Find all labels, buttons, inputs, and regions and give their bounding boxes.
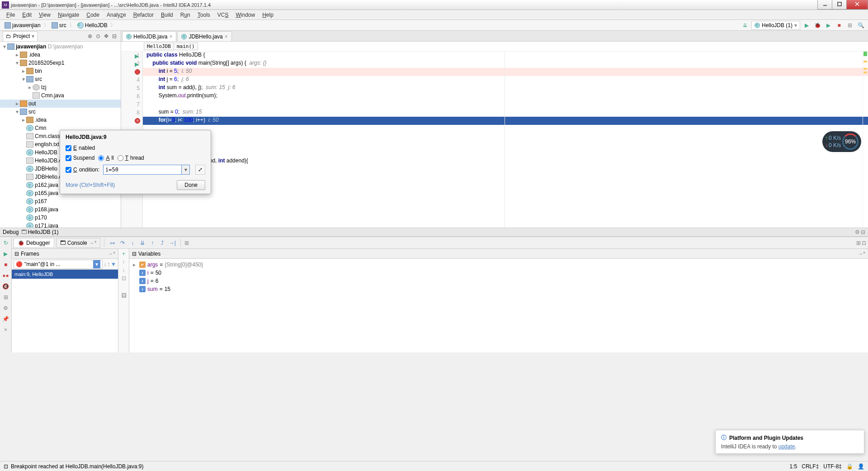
thread-selector[interactable]: 🔴 "main"@1 in ... ▾ bbox=[14, 260, 103, 269]
close-icon[interactable]: × bbox=[225, 33, 228, 40]
hide-icon[interactable]: →* bbox=[858, 251, 865, 257]
step-out-button[interactable]: ↑ bbox=[148, 238, 157, 247]
debug-config-label[interactable]: HelloJDB (1) bbox=[28, 229, 58, 235]
code-line[interactable]: public class HelloJDB { bbox=[143, 52, 868, 60]
gutter-row[interactable]: 9 bbox=[121, 117, 142, 125]
layout-button[interactable]: ⊞ bbox=[2, 293, 10, 301]
mute-breakpoints-button[interactable]: 🔇 bbox=[2, 282, 10, 290]
run-button[interactable]: ▶ bbox=[802, 21, 811, 30]
pin-button[interactable]: 📌 bbox=[2, 315, 10, 323]
tree-row[interactable]: ▾20165205exp1 bbox=[0, 59, 121, 67]
menu-build[interactable]: Build bbox=[157, 11, 177, 19]
settings-button[interactable]: ⚙ bbox=[2, 304, 10, 312]
condition-history-dropdown[interactable]: ▾ bbox=[182, 165, 190, 175]
code-line[interactable]: int i = 5; i: 50 bbox=[143, 68, 868, 76]
gutter-row[interactable]: ▶2 bbox=[121, 60, 142, 68]
caret-position[interactable]: 1:5 bbox=[790, 463, 797, 470]
breakpoint-suspend-all-radio[interactable]: All bbox=[98, 155, 113, 161]
settings-icon[interactable]: ✥ bbox=[103, 33, 110, 40]
code-line[interactable]: ntln(sum); bbox=[143, 141, 868, 149]
menu-file[interactable]: File bbox=[3, 11, 19, 19]
code-line[interactable] bbox=[143, 100, 868, 109]
breakpoint-icon[interactable] bbox=[135, 69, 140, 75]
gutter-row[interactable]: 5 bbox=[121, 84, 142, 92]
gutter-row[interactable]: 4 bbox=[121, 76, 142, 84]
code-line[interactable] bbox=[143, 149, 868, 157]
conditional-breakpoint-icon[interactable] bbox=[135, 118, 140, 124]
nav-up-icon[interactable]: ↑ bbox=[123, 259, 125, 265]
update-link[interactable]: update bbox=[778, 443, 795, 450]
code-line[interactable]: int j = 6; j: 6 bbox=[143, 76, 868, 84]
step-into-button[interactable]: ↓ bbox=[128, 238, 137, 247]
tree-row[interactable]: ▸lzj bbox=[0, 83, 121, 91]
breadcrumb-class[interactable]: HelloJDB bbox=[144, 43, 174, 50]
next-frame-button[interactable]: ↑ bbox=[107, 261, 110, 267]
search-everywhere-button[interactable]: 🔍 bbox=[856, 21, 865, 30]
add-watch-button[interactable]: + bbox=[122, 251, 125, 257]
variable-row[interactable]: Isum = 15 bbox=[133, 285, 864, 293]
code-line[interactable]: public static void main(String[] args) {… bbox=[143, 60, 868, 68]
editor-tab-hellojdb[interactable]: HelloJDB.java × bbox=[122, 31, 176, 41]
menu-window[interactable]: Window bbox=[232, 11, 259, 19]
menu-view[interactable]: View bbox=[35, 11, 54, 19]
code-line[interactable]: sum = 0; sum: 15 bbox=[143, 109, 868, 117]
collapse-all-icon[interactable]: ⊕ bbox=[86, 33, 94, 40]
run-to-cursor-button[interactable]: →| bbox=[168, 238, 177, 247]
breakpoint-condition-checkbox[interactable]: Condition: bbox=[66, 167, 99, 173]
variable-row[interactable]: Ij = 6 bbox=[133, 277, 864, 285]
project-view-selector[interactable]: 🗀 Project ▾ bbox=[3, 31, 38, 41]
window-maximize-button[interactable] bbox=[832, 0, 847, 10]
code-line[interactable]: for(i=0; i< 100; i++) i: 50 bbox=[143, 117, 868, 125]
menu-help[interactable]: Help bbox=[259, 11, 277, 19]
variables-list[interactable]: ▸Pargs = {String[0]@450}Ii = 50Ij = 6Isu… bbox=[129, 259, 868, 352]
gutter-row[interactable]: 3 bbox=[121, 68, 142, 76]
menu-code[interactable]: Code bbox=[83, 11, 103, 19]
gutter-row[interactable]: 6 bbox=[121, 92, 142, 100]
debug-button[interactable]: 🐞 bbox=[813, 21, 822, 30]
menu-run[interactable]: Run bbox=[177, 11, 194, 19]
run-configuration-selector[interactable]: HelloJDB (1) ▾ bbox=[751, 21, 800, 30]
run-icon[interactable]: ▶ bbox=[135, 61, 140, 67]
hide-icon[interactable]: ⊟ bbox=[111, 33, 118, 40]
code-line[interactable]: System.out.println(sum); bbox=[143, 92, 868, 100]
stop-button[interactable]: ■ bbox=[2, 261, 10, 269]
paste-icon[interactable]: 🖼 bbox=[121, 292, 127, 299]
breakpoint-suspend-thread-radio[interactable]: Thread bbox=[118, 155, 144, 161]
drop-frame-button[interactable]: ⤴ bbox=[158, 238, 167, 247]
gutter-row[interactable]: ▶1 bbox=[121, 52, 142, 60]
tree-row[interactable]: p167 bbox=[0, 197, 121, 205]
tree-row-root[interactable]: ▾ javawenjian D:\javawenjian bbox=[0, 43, 121, 51]
project-structure-button[interactable]: ⊞ bbox=[845, 21, 854, 30]
resume-button[interactable]: ▶ bbox=[2, 250, 10, 258]
variable-row[interactable]: Ii = 50 bbox=[133, 269, 864, 277]
gear-icon[interactable]: ⚙ bbox=[855, 229, 860, 235]
filter-button[interactable]: ▼ bbox=[111, 261, 116, 267]
file-encoding[interactable]: UTF-8‡ bbox=[823, 463, 842, 470]
editor-tab-jdbhello[interactable]: JDBHello.java × bbox=[177, 31, 231, 41]
hide-icon[interactable]: →* bbox=[108, 251, 115, 257]
code-line[interactable]: end + addend; bbox=[143, 166, 868, 174]
insert-mode-icon[interactable]: 🔒 bbox=[846, 463, 853, 470]
coverage-button[interactable]: ▶ bbox=[824, 21, 833, 30]
show-options-icon[interactable]: ⊡ bbox=[862, 240, 866, 246]
menu-tools[interactable]: Tools bbox=[194, 11, 214, 19]
tree-row[interactable]: ▸.idea bbox=[0, 51, 121, 59]
breadcrumb-item[interactable]: javawenjian bbox=[3, 20, 42, 30]
breadcrumb-item[interactable]: src bbox=[50, 20, 68, 30]
nav-down-icon[interactable]: ↓ bbox=[123, 267, 125, 273]
close-button[interactable]: × bbox=[2, 326, 10, 334]
breakpoint-done-button[interactable]: Done bbox=[177, 180, 205, 190]
tree-row[interactable]: p168.java bbox=[0, 205, 121, 214]
breakpoint-more-link[interactable]: More (Ctrl+Shift+F8) bbox=[66, 182, 115, 188]
prev-frame-button[interactable]: ↓ bbox=[104, 261, 106, 267]
force-step-into-button[interactable]: ⇊ bbox=[138, 238, 147, 247]
tree-row[interactable]: p171.java bbox=[0, 222, 121, 228]
step-over-button[interactable]: ↷ bbox=[118, 238, 127, 247]
show-execution-point-button[interactable]: ↦ bbox=[108, 238, 117, 247]
debugger-tab[interactable]: 🐞 Debugger bbox=[14, 238, 54, 248]
breakpoint-enabled-checkbox[interactable]: Enabled bbox=[66, 145, 95, 151]
breakpoint-suspend-checkbox[interactable]: Suspend bbox=[66, 155, 94, 161]
restore-layout-icon[interactable]: ⊞ bbox=[856, 240, 861, 246]
tree-row[interactable]: ▸bin bbox=[0, 67, 121, 75]
window-minimize-button[interactable] bbox=[817, 0, 832, 10]
